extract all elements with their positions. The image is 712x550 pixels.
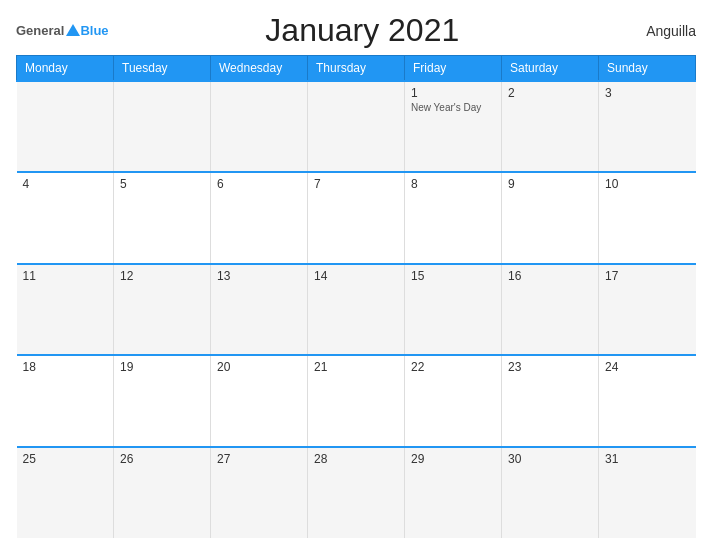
calendar-cell: 4 — [17, 172, 114, 263]
day-number: 19 — [120, 360, 204, 374]
calendar-cell: 15 — [405, 264, 502, 355]
calendar-cell: 28 — [308, 447, 405, 538]
day-number: 13 — [217, 269, 301, 283]
calendar-cell: 27 — [211, 447, 308, 538]
calendar-cell: 13 — [211, 264, 308, 355]
region-label: Anguilla — [616, 23, 696, 39]
day-number: 3 — [605, 86, 690, 100]
calendar-cell: 7 — [308, 172, 405, 263]
day-number: 21 — [314, 360, 398, 374]
day-header-tuesday: Tuesday — [114, 56, 211, 82]
calendar-cell — [114, 81, 211, 172]
day-number: 31 — [605, 452, 690, 466]
week-row-4: 18192021222324 — [17, 355, 696, 446]
calendar-table: MondayTuesdayWednesdayThursdayFridaySatu… — [16, 55, 696, 538]
logo-blue-text: Blue — [80, 24, 108, 37]
day-number: 11 — [23, 269, 108, 283]
day-header-sunday: Sunday — [599, 56, 696, 82]
week-row-5: 25262728293031 — [17, 447, 696, 538]
day-number: 17 — [605, 269, 690, 283]
week-row-1: 1New Year's Day23 — [17, 81, 696, 172]
calendar-cell: 31 — [599, 447, 696, 538]
day-number: 28 — [314, 452, 398, 466]
day-number: 12 — [120, 269, 204, 283]
day-number: 6 — [217, 177, 301, 191]
day-number: 30 — [508, 452, 592, 466]
day-number: 24 — [605, 360, 690, 374]
day-number: 23 — [508, 360, 592, 374]
week-row-3: 11121314151617 — [17, 264, 696, 355]
calendar-cell: 19 — [114, 355, 211, 446]
day-number: 5 — [120, 177, 204, 191]
calendar-cell: 2 — [502, 81, 599, 172]
calendar-cell: 18 — [17, 355, 114, 446]
day-number: 27 — [217, 452, 301, 466]
calendar-cell: 24 — [599, 355, 696, 446]
logo: General Blue — [16, 24, 109, 37]
calendar-cell: 20 — [211, 355, 308, 446]
logo-triangle-icon — [66, 24, 80, 36]
calendar-cell: 22 — [405, 355, 502, 446]
calendar-cell: 23 — [502, 355, 599, 446]
calendar-cell: 6 — [211, 172, 308, 263]
calendar-header-row: MondayTuesdayWednesdayThursdayFridaySatu… — [17, 56, 696, 82]
calendar-cell: 9 — [502, 172, 599, 263]
calendar-cell — [308, 81, 405, 172]
day-header-friday: Friday — [405, 56, 502, 82]
day-number: 7 — [314, 177, 398, 191]
calendar-cell: 25 — [17, 447, 114, 538]
day-number: 25 — [23, 452, 108, 466]
calendar-cell: 30 — [502, 447, 599, 538]
calendar-cell: 5 — [114, 172, 211, 263]
day-header-thursday: Thursday — [308, 56, 405, 82]
day-number: 16 — [508, 269, 592, 283]
calendar-cell: 26 — [114, 447, 211, 538]
day-number: 14 — [314, 269, 398, 283]
calendar-page: General Blue January 2021 Anguilla Monda… — [0, 0, 712, 550]
day-number: 29 — [411, 452, 495, 466]
day-number: 26 — [120, 452, 204, 466]
day-number: 20 — [217, 360, 301, 374]
calendar-body: 1New Year's Day2345678910111213141516171… — [17, 81, 696, 538]
day-header-wednesday: Wednesday — [211, 56, 308, 82]
day-number: 18 — [23, 360, 108, 374]
calendar-cell: 17 — [599, 264, 696, 355]
week-row-2: 45678910 — [17, 172, 696, 263]
day-number: 4 — [23, 177, 108, 191]
calendar-cell: 1New Year's Day — [405, 81, 502, 172]
calendar-header: General Blue January 2021 Anguilla — [16, 12, 696, 49]
calendar-cell: 21 — [308, 355, 405, 446]
calendar-cell: 12 — [114, 264, 211, 355]
calendar-cell — [211, 81, 308, 172]
day-header-saturday: Saturday — [502, 56, 599, 82]
calendar-cell: 14 — [308, 264, 405, 355]
logo-general-text: General — [16, 24, 64, 37]
day-number: 10 — [605, 177, 690, 191]
calendar-cell: 10 — [599, 172, 696, 263]
holiday-label: New Year's Day — [411, 102, 495, 113]
calendar-cell: 3 — [599, 81, 696, 172]
logo-blue-part: Blue — [64, 24, 108, 37]
day-number: 1 — [411, 86, 495, 100]
calendar-cell: 16 — [502, 264, 599, 355]
day-number: 2 — [508, 86, 592, 100]
day-number: 9 — [508, 177, 592, 191]
calendar-title: January 2021 — [109, 12, 616, 49]
calendar-cell: 8 — [405, 172, 502, 263]
calendar-cell: 11 — [17, 264, 114, 355]
day-number: 8 — [411, 177, 495, 191]
day-number: 22 — [411, 360, 495, 374]
day-number: 15 — [411, 269, 495, 283]
calendar-cell: 29 — [405, 447, 502, 538]
calendar-cell — [17, 81, 114, 172]
day-header-monday: Monday — [17, 56, 114, 82]
